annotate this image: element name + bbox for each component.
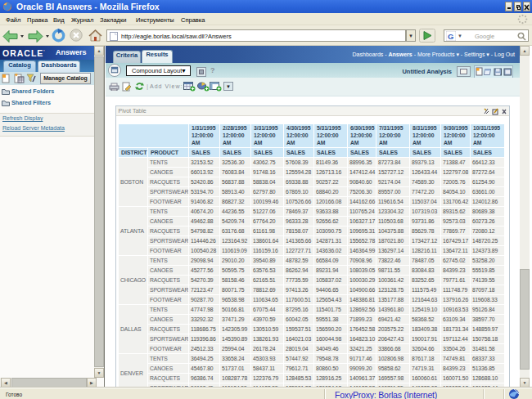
svg-text:G: G (448, 32, 453, 41)
